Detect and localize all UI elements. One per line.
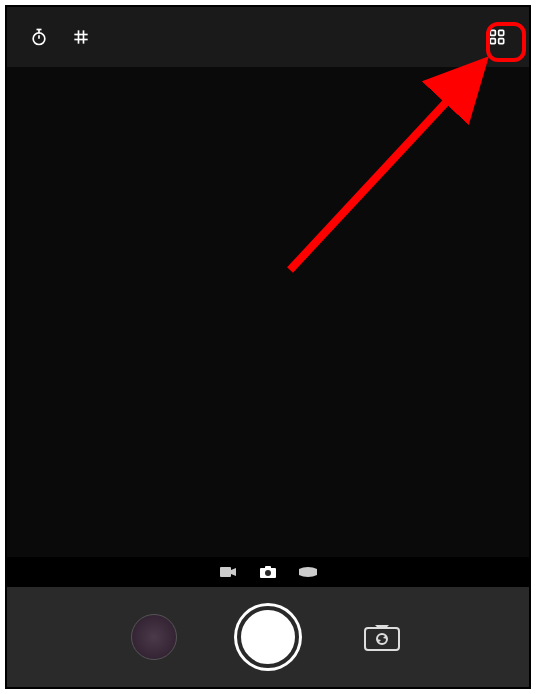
- svg-rect-16: [365, 628, 399, 650]
- gallery-thumbnail[interactable]: [131, 614, 177, 660]
- panorama-icon: [299, 567, 317, 577]
- camera-app-frame: [5, 5, 531, 689]
- svg-rect-12: [220, 567, 231, 577]
- top-left-controls: [27, 25, 93, 49]
- mode-photo[interactable]: [259, 565, 277, 579]
- svg-rect-8: [490, 30, 495, 35]
- switch-camera-button[interactable]: [359, 619, 405, 655]
- filters-icon: [487, 27, 507, 47]
- switch-camera-icon: [363, 622, 401, 652]
- grid-icon: [71, 27, 91, 47]
- svg-point-14: [265, 570, 271, 576]
- mode-selector: [7, 557, 529, 587]
- svg-rect-15: [265, 566, 271, 569]
- camera-viewfinder[interactable]: [7, 67, 529, 557]
- grid-button[interactable]: [69, 25, 93, 49]
- filters-button[interactable]: [485, 25, 509, 49]
- mode-panorama[interactable]: [299, 565, 317, 579]
- top-toolbar: [7, 7, 529, 67]
- svg-rect-9: [499, 30, 504, 35]
- bottom-toolbar: [7, 587, 529, 687]
- mode-video[interactable]: [219, 565, 237, 579]
- svg-rect-10: [490, 39, 495, 44]
- timer-button[interactable]: [27, 25, 51, 49]
- top-right-controls: [485, 25, 509, 49]
- timer-icon: [29, 27, 49, 47]
- video-icon: [220, 566, 236, 578]
- svg-rect-11: [499, 39, 504, 44]
- shutter-button[interactable]: [237, 606, 299, 668]
- camera-icon: [260, 566, 276, 578]
